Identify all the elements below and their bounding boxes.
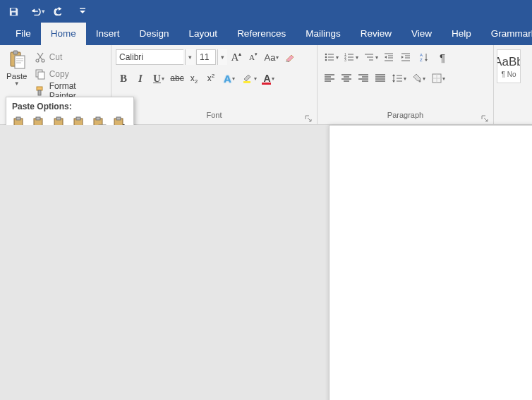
- font-size-input[interactable]: 11: [196, 49, 216, 65]
- show-hide-marks-button[interactable]: ¶: [435, 49, 450, 65]
- line-spacing-button[interactable]: ▾: [389, 71, 408, 86]
- svg-rect-2: [13, 51, 18, 54]
- chevron-down-icon: ▼: [14, 83, 20, 86]
- document-page[interactable]: [329, 125, 532, 400]
- align-left-button[interactable]: [322, 71, 337, 86]
- decrease-indent-button[interactable]: [381, 49, 397, 65]
- tab-references[interactable]: References: [227, 23, 296, 45]
- grow-font-button[interactable]: A▴: [229, 49, 244, 65]
- text-effects-button[interactable]: A▾: [220, 71, 238, 86]
- svg-text:3: 3: [344, 58, 346, 62]
- svg-rect-10: [243, 81, 250, 83]
- svg-point-12: [325, 56, 327, 59]
- numbering-button[interactable]: 123▾: [341, 49, 360, 65]
- shading-button[interactable]: ▾: [409, 71, 428, 86]
- paste-label: Paste: [6, 72, 27, 81]
- svg-rect-33: [96, 117, 100, 120]
- group-styles: AaBb ¶ No: [494, 45, 524, 124]
- svg-rect-7: [38, 72, 44, 79]
- bullets-button[interactable]: ▾: [322, 49, 340, 65]
- tab-insert[interactable]: Insert: [86, 23, 130, 45]
- ribbon-tabs: File Home Insert Design Layout Reference…: [0, 23, 532, 45]
- borders-button[interactable]: ▾: [429, 71, 447, 86]
- svg-point-11: [325, 54, 327, 56]
- justify-button[interactable]: [373, 71, 388, 86]
- svg-point-4: [36, 59, 39, 62]
- copy-label: Copy: [49, 69, 69, 79]
- quick-access-toolbar: ▾: [0, 0, 532, 23]
- italic-button[interactable]: I: [133, 71, 148, 86]
- bold-button[interactable]: B: [116, 71, 131, 86]
- paste-options-header: Paste Options:: [6, 97, 133, 114]
- svg-point-5: [42, 59, 44, 62]
- tab-help[interactable]: Help: [442, 23, 481, 45]
- align-right-button[interactable]: [356, 71, 371, 86]
- shrink-font-button[interactable]: A▾: [246, 49, 261, 65]
- copy-button[interactable]: Copy: [32, 66, 107, 82]
- document-canvas: [0, 125, 532, 400]
- redo-button[interactable]: [49, 2, 68, 20]
- paragraph-group-label: Paragraph: [322, 111, 489, 123]
- tab-mailings[interactable]: Mailings: [296, 23, 351, 45]
- tab-layout[interactable]: Layout: [179, 23, 228, 45]
- save-button[interactable]: [4, 2, 23, 20]
- tab-design[interactable]: Design: [130, 23, 179, 45]
- svg-rect-31: [76, 117, 80, 120]
- tab-review[interactable]: Review: [351, 23, 401, 45]
- clear-formatting-button[interactable]: [282, 49, 298, 65]
- sort-button[interactable]: AZ: [415, 49, 433, 65]
- multilevel-list-button[interactable]: ▾: [361, 49, 380, 65]
- svg-rect-3: [15, 56, 25, 68]
- subscript-button[interactable]: x2: [186, 71, 202, 86]
- svg-rect-27: [56, 117, 61, 120]
- svg-rect-9: [38, 90, 41, 95]
- tab-home[interactable]: Home: [41, 23, 86, 45]
- underline-button[interactable]: U▾: [150, 71, 168, 86]
- customize-qat-button[interactable]: [73, 2, 92, 20]
- group-font: Calibri▾ 11▾ A▴ A▾ Aa▾ B I U▾ abc x2 x2 …: [111, 45, 318, 124]
- font-size-dropdown[interactable]: ▾: [217, 49, 227, 65]
- increase-indent-button[interactable]: [398, 49, 413, 65]
- tab-file[interactable]: File: [6, 23, 41, 45]
- style-normal-tile[interactable]: AaBb ¶ No: [497, 49, 521, 83]
- align-center-button[interactable]: [339, 71, 354, 86]
- svg-rect-23: [16, 117, 20, 120]
- undo-button[interactable]: ▾: [28, 2, 47, 20]
- font-dialog-launcher[interactable]: [304, 114, 313, 123]
- font-group-label: Font: [116, 111, 313, 123]
- svg-rect-25: [36, 117, 40, 120]
- highlight-button[interactable]: ▾: [240, 71, 258, 86]
- svg-text:Z: Z: [420, 58, 423, 62]
- superscript-button[interactable]: x2: [203, 71, 219, 86]
- font-color-button[interactable]: A▾: [260, 71, 278, 86]
- cut-label: Cut: [49, 52, 63, 62]
- svg-rect-8: [37, 87, 42, 90]
- cut-button[interactable]: Cut: [32, 49, 107, 65]
- strikethrough-button[interactable]: abc: [169, 71, 185, 86]
- paragraph-dialog-launcher[interactable]: [480, 114, 489, 123]
- group-paragraph: ▾ 123▾ ▾ AZ ¶ ▾ ▾ ▾ Paragraph: [318, 45, 494, 124]
- svg-text:A: A: [420, 53, 423, 57]
- svg-rect-36: [116, 117, 121, 120]
- svg-point-20: [419, 80, 421, 83]
- svg-point-13: [325, 59, 327, 61]
- change-case-button[interactable]: Aa▾: [262, 49, 281, 65]
- tab-view[interactable]: View: [401, 23, 442, 45]
- font-name-dropdown[interactable]: ▾: [185, 49, 195, 65]
- font-name-input[interactable]: Calibri: [116, 49, 183, 65]
- tab-grammarly[interactable]: Grammarly: [481, 23, 532, 45]
